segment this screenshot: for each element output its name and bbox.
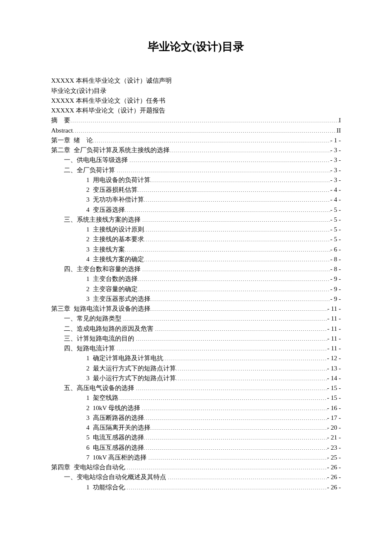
toc-entry: 1 主变台数的选择- 9 -: [51, 274, 341, 284]
toc-entry-page: - 5 -: [330, 225, 341, 234]
toc-entry: 二、造成电路短路的原因及危害 - 11 -: [51, 324, 341, 334]
toc-entry-label: 7 10kV 高压柜的选择: [86, 453, 149, 462]
toc-entry: 2 变压器损耗估算- 4 -: [51, 185, 341, 195]
toc-entry-page: - 3 -: [330, 175, 341, 185]
toc-entry-page: - 3 -: [330, 155, 341, 165]
toc-entry-label: 1 架空线路: [86, 393, 118, 403]
toc-leader-dots: [117, 166, 330, 172]
toc-entry-page: - 8 -: [330, 264, 341, 274]
toc-entry: 二、全厂负荷计算 - 3 -: [51, 165, 341, 175]
toc-entry-page: - 26 -: [327, 483, 341, 492]
toc-entry-label: 一、供电电压等级选择: [64, 155, 130, 165]
toc-entry: 1 功能综合化- 26 -: [51, 483, 341, 492]
toc-entry-label: 第四章 变电站综合自动化: [51, 462, 125, 472]
toc-leader-dots: [144, 433, 327, 439]
toc-entry-label: 第二章 全厂负荷计算及系统主接线的选择: [51, 145, 170, 155]
toc-entry-page: - 12 -: [327, 353, 341, 363]
toc-entry-label: 3 主变压器形式的选择: [86, 294, 150, 304]
toc-entry-page: I: [339, 116, 341, 125]
toc-leader-dots: [144, 225, 331, 231]
toc-leader-dots: [73, 126, 337, 133]
toc-entry-label: 3 最小运行方式下的短路点计算: [86, 373, 176, 383]
toc-entry: 3 最小运行方式下的短路点计算- 14 -: [51, 373, 341, 383]
toc-entry-label: 3 无功功率补偿计算: [86, 195, 144, 205]
toc-entry-page: - 9 -: [330, 284, 341, 294]
toc-entry-label: 2 最大运行方式下的短路点计算: [86, 364, 176, 373]
toc-entry-page: - 25 -: [327, 453, 341, 462]
toc-preface-block: XXXXX 本科生毕业论文（设计）诚信声明毕业论文(设计)目录XXXXX 本科生…: [51, 76, 341, 116]
toc-entry: 5 电流互感器的选择- 21 -: [51, 433, 341, 442]
toc-preface-line: XXXXX 本科生毕业论文（设计）任务书: [51, 96, 341, 106]
toc-entry-label: 五、高压电气设备的选择: [64, 383, 136, 393]
toc-entry-page: - 9 -: [330, 294, 341, 304]
toc-entry-label: 6 电压互感器的选择: [86, 443, 144, 453]
toc-entry-page: II: [337, 126, 341, 136]
toc-entry-label: 1 功能综合化: [86, 483, 125, 492]
toc-entry-page: - 21 -: [327, 433, 341, 442]
toc-entry-label: 2 主变容量的确定: [86, 284, 138, 294]
toc-leader-dots: [138, 185, 331, 192]
toc-entry-page: - 3 -: [330, 145, 341, 155]
toc-entry-page: - 23 -: [327, 443, 341, 453]
toc-entry-label: 三、计算短路电流的目的: [64, 334, 136, 344]
toc-leader-dots: [144, 235, 331, 241]
toc-leader-dots: [168, 473, 327, 479]
toc-leader-dots: [150, 176, 331, 182]
toc-leader-dots: [70, 116, 339, 122]
toc-entry: 4 变压器选择- 5 -: [51, 205, 341, 215]
toc-entry-label: 2 主接线的基本要求: [86, 234, 144, 244]
toc-entry-label: 3 主接线方案: [86, 245, 125, 254]
toc-leader-dots: [176, 374, 327, 380]
toc-entry-label: 1 主变台数的选择: [86, 274, 138, 284]
toc-leader-dots: [125, 205, 331, 212]
toc-leader-dots: [125, 463, 327, 469]
toc-preface-line: 毕业论文(设计)目录: [51, 86, 341, 96]
toc-entry-label: 二、全厂负荷计算: [64, 165, 117, 175]
toc-entry-page: - 11 -: [327, 324, 341, 334]
toc-leader-dots: [138, 275, 331, 281]
toc-entry: 1 确定计算电路及计算电抗- 12 -: [51, 353, 341, 363]
page-title: 毕业论文(设计)目录: [51, 38, 341, 55]
toc-leader-dots: [125, 483, 327, 489]
toc-entry-label: 摘 要: [51, 116, 70, 125]
toc-entry: 五、高压电气设备的选择 - 15 -: [51, 383, 341, 393]
toc-leader-dots: [150, 423, 327, 430]
toc-entry: 1 架空线路- 15 -: [51, 393, 341, 403]
toc-entry: 1 主接线的设计原则- 5 -: [51, 225, 341, 234]
toc-leader-dots: [117, 344, 327, 350]
toc-entry-label: 第一章 绪 论: [51, 136, 93, 145]
toc-leader-dots: [170, 146, 331, 152]
toc-leader-dots: [176, 364, 327, 370]
toc-leader-dots: [163, 354, 327, 360]
toc-leader-dots: [150, 304, 328, 311]
toc-leader-dots: [144, 255, 331, 261]
toc-entry: 2 主接线的基本要求- 5 -: [51, 234, 341, 244]
toc-entry-label: 2 变压器损耗估算: [86, 185, 138, 195]
toc-entry-page: - 11 -: [327, 304, 341, 314]
toc-entry: 四、短路电流计算 - 11 -: [51, 344, 341, 353]
toc-entry-label: 1 主接线的设计原则: [86, 225, 144, 234]
toc-entry-page: - 11 -: [327, 314, 341, 324]
toc-leader-dots: [142, 404, 327, 410]
toc-entry-label: 4 变压器选择: [86, 205, 125, 215]
toc-entry-label: 四、主变台数和容量的选择: [64, 264, 142, 274]
toc-entry-page: - 5 -: [330, 234, 341, 244]
toc-entry: 7 10kV 高压柜的选择 - 25 -: [51, 453, 341, 462]
toc-entry-label: Abstract: [51, 126, 73, 136]
toc-entry-page: - 4 -: [330, 185, 341, 195]
toc-entry: 2 10kV 母线的选择 - 16 -: [51, 403, 341, 413]
toc-leader-dots: [136, 334, 327, 341]
toc-entry-page: - 20 -: [327, 423, 341, 433]
toc-entry: 三、计算短路电流的目的 - 11 -: [51, 334, 341, 344]
toc-entry-label: 3 高压断路器的选择: [86, 413, 144, 423]
toc-entry: 6 电压互感器的选择- 23 -: [51, 443, 341, 453]
toc-entry-label: 第三章 短路电流计算及设备的选择: [51, 304, 150, 314]
toc-entry-page: - 16 -: [327, 403, 341, 413]
toc-leader-dots: [93, 136, 331, 142]
toc-entry: 2 主变容量的确定- 9 -: [51, 284, 341, 294]
toc-leader-dots: [155, 324, 327, 331]
toc-leader-dots: [144, 195, 331, 202]
toc-entry-page: - 3 -: [330, 165, 341, 175]
toc-leader-dots: [150, 295, 331, 301]
toc-entry: 四、主变台数和容量的选择 - 8 -: [51, 264, 341, 274]
